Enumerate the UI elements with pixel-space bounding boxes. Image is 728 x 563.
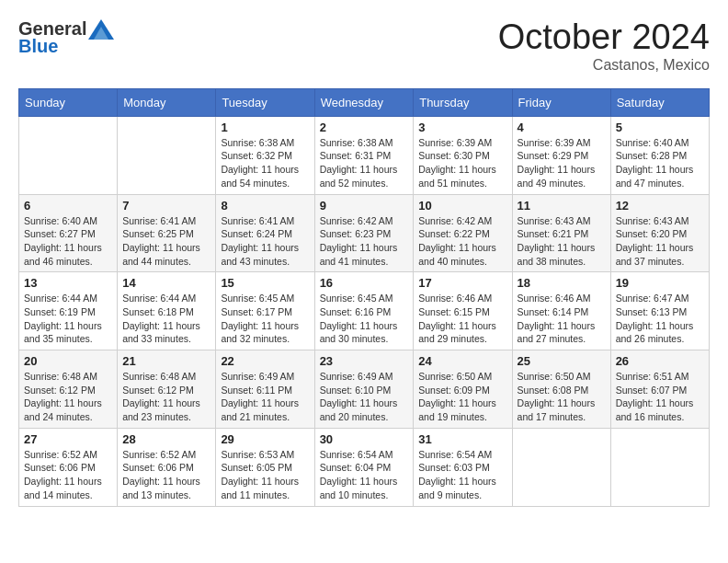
table-row: 14Sunrise: 6:44 AM Sunset: 6:18 PM Dayli… [118, 272, 216, 350]
table-row [610, 428, 709, 506]
day-number: 6 [24, 199, 112, 213]
table-row [118, 116, 216, 194]
day-info: Sunrise: 6:53 AM Sunset: 6:05 PM Dayligh… [221, 448, 309, 502]
day-info: Sunrise: 6:38 AM Sunset: 6:32 PM Dayligh… [221, 136, 309, 190]
day-number: 27 [24, 432, 112, 446]
table-row: 6Sunrise: 6:40 AM Sunset: 6:27 PM Daylig… [19, 194, 118, 272]
day-info: Sunrise: 6:52 AM Sunset: 6:06 PM Dayligh… [122, 448, 210, 502]
day-number: 25 [518, 354, 606, 368]
day-info: Sunrise: 6:45 AM Sunset: 6:17 PM Dayligh… [221, 292, 309, 346]
table-row: 3Sunrise: 6:39 AM Sunset: 6:30 PM Daylig… [414, 116, 512, 194]
day-info: Sunrise: 6:48 AM Sunset: 6:12 PM Dayligh… [24, 370, 112, 424]
day-info: Sunrise: 6:50 AM Sunset: 6:09 PM Dayligh… [418, 370, 506, 424]
table-row: 8Sunrise: 6:41 AM Sunset: 6:24 PM Daylig… [216, 194, 314, 272]
calendar-week-row: 13Sunrise: 6:44 AM Sunset: 6:19 PM Dayli… [19, 272, 710, 350]
col-sunday: Sunday [19, 88, 118, 116]
table-row: 31Sunrise: 6:54 AM Sunset: 6:03 PM Dayli… [414, 428, 512, 506]
day-number: 9 [320, 199, 409, 213]
table-row: 16Sunrise: 6:45 AM Sunset: 6:16 PM Dayli… [314, 272, 414, 350]
logo: General Blue [18, 18, 114, 57]
logo-icon [88, 19, 114, 40]
table-row: 18Sunrise: 6:46 AM Sunset: 6:14 PM Dayli… [512, 272, 610, 350]
table-row: 23Sunrise: 6:49 AM Sunset: 6:10 PM Dayli… [314, 350, 414, 429]
table-row: 15Sunrise: 6:45 AM Sunset: 6:17 PM Dayli… [216, 272, 314, 350]
day-info: Sunrise: 6:50 AM Sunset: 6:08 PM Dayligh… [518, 370, 606, 424]
table-row [19, 116, 118, 194]
col-saturday: Saturday [610, 88, 709, 116]
table-row: 12Sunrise: 6:43 AM Sunset: 6:20 PM Dayli… [610, 194, 709, 272]
day-info: Sunrise: 6:40 AM Sunset: 6:27 PM Dayligh… [24, 214, 112, 269]
day-number: 18 [518, 276, 606, 290]
day-number: 20 [24, 354, 112, 368]
table-row: 20Sunrise: 6:48 AM Sunset: 6:12 PM Dayli… [19, 350, 118, 429]
day-number: 19 [616, 276, 704, 290]
table-row: 4Sunrise: 6:39 AM Sunset: 6:29 PM Daylig… [512, 116, 610, 194]
day-number: 3 [418, 121, 506, 134]
table-row: 10Sunrise: 6:42 AM Sunset: 6:22 PM Dayli… [414, 194, 512, 272]
day-number: 30 [320, 432, 409, 446]
day-number: 10 [418, 199, 506, 213]
logo-blue: Blue [18, 36, 58, 56]
calendar-week-row: 6Sunrise: 6:40 AM Sunset: 6:27 PM Daylig… [19, 194, 710, 272]
table-row: 30Sunrise: 6:54 AM Sunset: 6:04 PM Dayli… [314, 428, 414, 506]
col-friday: Friday [512, 88, 610, 116]
table-row [512, 428, 610, 506]
day-info: Sunrise: 6:42 AM Sunset: 6:22 PM Dayligh… [418, 214, 506, 269]
table-row: 27Sunrise: 6:52 AM Sunset: 6:06 PM Dayli… [19, 428, 118, 506]
table-row: 25Sunrise: 6:50 AM Sunset: 6:08 PM Dayli… [512, 350, 610, 429]
day-number: 11 [518, 199, 606, 213]
location-title: Castanos, Mexico [498, 57, 710, 74]
table-row: 13Sunrise: 6:44 AM Sunset: 6:19 PM Dayli… [19, 272, 118, 350]
day-info: Sunrise: 6:40 AM Sunset: 6:28 PM Dayligh… [616, 136, 704, 190]
day-number: 16 [320, 276, 409, 290]
day-number: 13 [24, 276, 112, 290]
month-title: October 2024 [498, 18, 710, 57]
table-row: 17Sunrise: 6:46 AM Sunset: 6:15 PM Dayli… [414, 272, 512, 350]
day-number: 26 [616, 354, 704, 368]
day-info: Sunrise: 6:39 AM Sunset: 6:30 PM Dayligh… [418, 136, 506, 190]
table-row: 19Sunrise: 6:47 AM Sunset: 6:13 PM Dayli… [610, 272, 709, 350]
table-row: 22Sunrise: 6:49 AM Sunset: 6:11 PM Dayli… [216, 350, 314, 429]
day-number: 23 [320, 354, 409, 368]
day-info: Sunrise: 6:43 AM Sunset: 6:20 PM Dayligh… [616, 214, 704, 269]
day-number: 4 [518, 121, 606, 134]
calendar-week-row: 1Sunrise: 6:38 AM Sunset: 6:32 PM Daylig… [19, 116, 710, 194]
col-tuesday: Tuesday [216, 88, 314, 116]
day-info: Sunrise: 6:44 AM Sunset: 6:19 PM Dayligh… [24, 292, 112, 346]
table-row: 9Sunrise: 6:42 AM Sunset: 6:23 PM Daylig… [314, 194, 414, 272]
table-row: 2Sunrise: 6:38 AM Sunset: 6:31 PM Daylig… [314, 116, 414, 194]
calendar-header-row: Sunday Monday Tuesday Wednesday Thursday… [19, 88, 710, 116]
day-number: 1 [221, 121, 309, 134]
table-row: 28Sunrise: 6:52 AM Sunset: 6:06 PM Dayli… [118, 428, 216, 506]
day-info: Sunrise: 6:48 AM Sunset: 6:12 PM Dayligh… [122, 370, 210, 424]
day-number: 21 [122, 354, 210, 368]
day-info: Sunrise: 6:47 AM Sunset: 6:13 PM Dayligh… [616, 292, 704, 346]
day-info: Sunrise: 6:52 AM Sunset: 6:06 PM Dayligh… [24, 448, 112, 502]
day-info: Sunrise: 6:46 AM Sunset: 6:15 PM Dayligh… [418, 292, 506, 346]
day-info: Sunrise: 6:54 AM Sunset: 6:04 PM Dayligh… [320, 448, 409, 502]
day-number: 7 [122, 199, 210, 213]
day-info: Sunrise: 6:49 AM Sunset: 6:10 PM Dayligh… [320, 370, 409, 424]
day-info: Sunrise: 6:43 AM Sunset: 6:21 PM Dayligh… [518, 214, 606, 269]
day-info: Sunrise: 6:54 AM Sunset: 6:03 PM Dayligh… [418, 448, 506, 502]
day-number: 17 [418, 276, 506, 290]
day-info: Sunrise: 6:46 AM Sunset: 6:14 PM Dayligh… [518, 292, 606, 346]
day-number: 29 [221, 432, 309, 446]
day-info: Sunrise: 6:51 AM Sunset: 6:07 PM Dayligh… [616, 370, 704, 424]
table-row: 24Sunrise: 6:50 AM Sunset: 6:09 PM Dayli… [414, 350, 512, 429]
day-number: 28 [122, 432, 210, 446]
table-row: 7Sunrise: 6:41 AM Sunset: 6:25 PM Daylig… [118, 194, 216, 272]
day-info: Sunrise: 6:45 AM Sunset: 6:16 PM Dayligh… [320, 292, 409, 346]
day-info: Sunrise: 6:44 AM Sunset: 6:18 PM Dayligh… [122, 292, 210, 346]
day-info: Sunrise: 6:42 AM Sunset: 6:23 PM Dayligh… [320, 214, 409, 269]
col-monday: Monday [118, 88, 216, 116]
day-number: 22 [221, 354, 309, 368]
day-number: 5 [616, 121, 704, 134]
day-number: 2 [320, 121, 409, 134]
day-number: 31 [418, 432, 506, 446]
day-number: 8 [221, 199, 309, 213]
day-info: Sunrise: 6:39 AM Sunset: 6:29 PM Dayligh… [518, 136, 606, 190]
calendar-week-row: 20Sunrise: 6:48 AM Sunset: 6:12 PM Dayli… [19, 350, 710, 429]
table-row: 29Sunrise: 6:53 AM Sunset: 6:05 PM Dayli… [216, 428, 314, 506]
table-row: 21Sunrise: 6:48 AM Sunset: 6:12 PM Dayli… [118, 350, 216, 429]
